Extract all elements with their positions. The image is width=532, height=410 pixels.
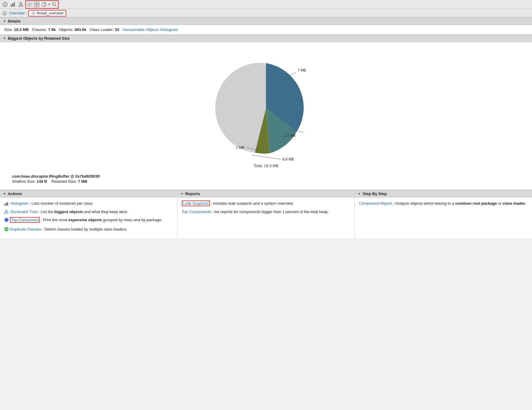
object-details: Shallow Size: 144 B Retained Size: 7 MB <box>12 179 520 184</box>
step-by-step-header[interactable]: ▼ Step By Step <box>355 190 532 197</box>
tree-icon[interactable] <box>17 1 24 8</box>
classes-value: 7.9k <box>48 27 56 32</box>
step-component-report: Component Report : Analyze objects which… <box>359 200 528 207</box>
svg-rect-4 <box>14 2 15 7</box>
actions-arrow: ▼ <box>3 192 6 195</box>
details-title: Details <box>8 19 21 23</box>
objects-label: Objects: <box>59 27 73 32</box>
top-components-link[interactable]: Top Components <box>182 210 211 214</box>
globe-icon <box>4 218 9 224</box>
action-histogram: Histogram : Lists number of instances pe… <box>4 200 173 207</box>
svg-rect-3 <box>12 3 13 7</box>
dominator-tree-desc: : List the biggest objects and what they… <box>39 210 128 214</box>
shallow-value: 144 B <box>37 179 47 184</box>
size-label: Size: <box>4 27 13 32</box>
leak-suspects-link[interactable]: Leak Suspects <box>182 200 210 206</box>
biggest-objects-header[interactable]: ▼ Biggest Objects by Retained Size <box>0 35 532 42</box>
actions-content: Histogram : Lists number of instances pe… <box>0 197 177 238</box>
action-dominator-tree: Dominator Tree : List the biggest object… <box>4 209 173 215</box>
svg-rect-31 <box>5 210 7 211</box>
bar-chart-icon[interactable] <box>10 1 16 8</box>
duplicate-icon: ♻ <box>4 227 9 233</box>
top-consumers-link[interactable]: Top Consumers <box>10 217 40 223</box>
label-1-7mb: 1.7 MB <box>284 133 295 138</box>
svg-rect-32 <box>4 213 6 214</box>
label-7mb: 7 MB <box>298 68 306 72</box>
svg-text:♻: ♻ <box>5 228 8 231</box>
svg-point-23 <box>33 13 34 14</box>
svg-rect-14 <box>34 2 39 4</box>
tab-thread-overview[interactable]: thread_overview <box>28 10 66 17</box>
pie-chart: 7 MB 1.7 MB 1 MB 8.6 MB <box>203 48 329 162</box>
svg-rect-29 <box>6 203 7 206</box>
tab-overview-label: Overview <box>9 11 24 15</box>
report-leak-suspects: Leak Suspects : includes leak suspects a… <box>182 200 351 207</box>
svg-text:i: i <box>4 12 5 15</box>
reports-section: ▼ Reports Leak Suspects : includes leak … <box>178 190 355 238</box>
info-tab-icon: i <box>1 10 8 17</box>
reports-header[interactable]: ▼ Reports <box>178 190 355 197</box>
shallow-label: Shallow Size: <box>12 179 36 184</box>
object-name: com.lmax.disruptor.RingBuffer @ 0x7bd620… <box>12 174 520 179</box>
svg-point-12 <box>29 4 30 5</box>
svg-line-27 <box>252 155 281 159</box>
svg-rect-6 <box>19 5 20 7</box>
leak-suspects-desc: : includes leak suspects and a system ov… <box>211 201 293 206</box>
reports-arrow: ▼ <box>181 192 184 195</box>
svg-rect-2 <box>11 5 12 7</box>
retained-label: Retained Size: <box>51 179 77 184</box>
step-by-step-section: ▼ Step By Step Component Report : Analyz… <box>355 190 532 238</box>
three-col: ▼ Actions Histogram : Lists number of in… <box>0 190 532 238</box>
unreachable-link[interactable]: Unreachable Objects Histogram <box>122 27 178 32</box>
duplicate-classes-icon: ♻ <box>4 227 9 231</box>
details-bar: Size: 18.3 MB Classes: 7.9k Objects: 493… <box>0 25 532 35</box>
step-by-step-arrow: ▼ <box>358 192 361 195</box>
actions-title: Actions <box>8 191 22 196</box>
duplicate-classes-desc: : Detect classes loaded by multiple clas… <box>42 227 128 231</box>
object-info: com.lmax.disruptor.RingBuffer @ 0x7bd620… <box>0 171 532 190</box>
tab-overview[interactable]: Overview ▷ <box>9 11 27 15</box>
gear-icon[interactable] <box>26 1 33 8</box>
histogram-link[interactable]: Histogram <box>11 201 28 206</box>
top-components-desc: : list reports for components bigger tha… <box>212 210 329 214</box>
info-icon[interactable]: i <box>2 1 8 8</box>
svg-text:i: i <box>5 3 5 6</box>
label-8-6mb: 8.6 MB <box>283 157 294 161</box>
svg-rect-5 <box>20 2 22 4</box>
svg-point-18 <box>52 2 55 5</box>
actions-header[interactable]: ▼ Actions <box>0 190 177 197</box>
report-top-components: Top Components : list reports for compon… <box>182 209 351 215</box>
step-by-step-title: Step By Step <box>363 191 387 196</box>
svg-line-19 <box>55 5 57 7</box>
svg-rect-30 <box>7 202 8 206</box>
duplicate-classes-link[interactable]: Duplicate Classes <box>10 227 41 231</box>
svg-rect-28 <box>5 204 5 206</box>
svg-rect-33 <box>7 213 8 214</box>
tab-separator: ▷ <box>25 11 27 15</box>
details-header[interactable]: ▼ Details <box>0 17 532 25</box>
total-label: Total: 18.3 MB <box>253 164 278 168</box>
classloader-value: 52 <box>115 27 119 32</box>
toolbar-highlighted-group: ▼ <box>25 0 59 9</box>
chart-dropdown-icon[interactable] <box>41 1 47 8</box>
size-value: 18.3 MB <box>14 27 29 32</box>
reports-title: Reports <box>185 191 200 196</box>
main-content: 7 MB 1.7 MB 1 MB 8.6 MB Total: 18.3 MB c… <box>0 42 532 238</box>
retained-value: 7 MB <box>78 179 87 184</box>
actions-section: ▼ Actions Histogram : Lists number of in… <box>0 190 178 238</box>
tab-thread-overview-label: thread_overview <box>37 11 63 15</box>
histogram-icon <box>4 202 8 206</box>
component-report-link[interactable]: Component Report <box>359 201 392 206</box>
details-arrow: ▼ <box>3 20 6 23</box>
top-consumers-desc: : Print the most expensive objects group… <box>41 218 162 222</box>
top-consumers-icon <box>4 218 9 222</box>
step-by-step-content: Component Report : Analyze objects which… <box>355 197 532 212</box>
action-top-consumers: Top Consumers : Print the most expensive… <box>4 217 173 224</box>
search-icon[interactable] <box>51 1 58 8</box>
label-1mb: 1 MB <box>236 145 244 150</box>
dominator-tree-icon <box>4 210 8 214</box>
dominator-tree-link[interactable]: Dominator Tree <box>11 210 38 214</box>
objects-value: 493.6k <box>74 27 86 32</box>
component-report-desc: : Analyze objects which belong to a comm… <box>393 201 526 206</box>
layout-icon[interactable] <box>33 1 40 8</box>
